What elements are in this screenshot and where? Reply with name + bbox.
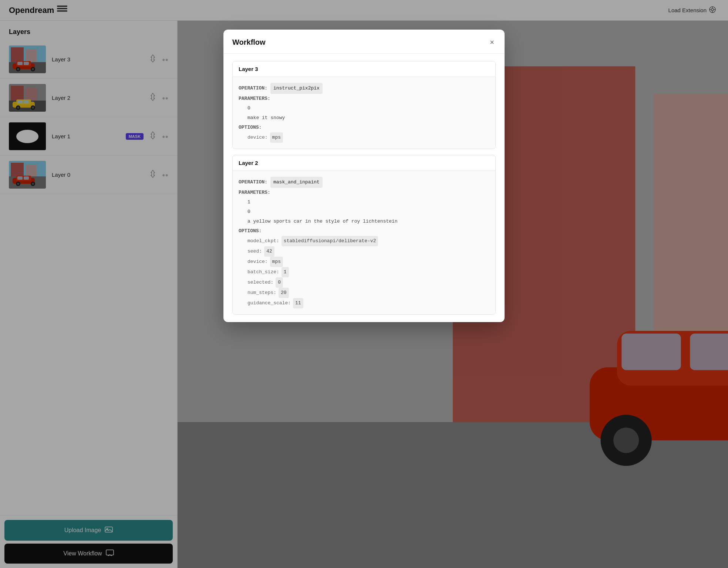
wf-param-2-1: 0 — [247, 207, 489, 217]
wf-params-key-3: PARAMETERS: — [239, 94, 270, 104]
workflow-card-layer3-body: OPERATION: instruct_pix2pix PARAMETERS: … — [233, 77, 495, 149]
wf-operation-row-3: OPERATION: instruct_pix2pix — [239, 83, 489, 94]
wf-option-2-0: model_ckpt: stablediffusionapi/deliberat… — [247, 236, 489, 246]
wf-opt-val-2-0: stablediffusionapi/deliberate-v2 — [282, 236, 378, 246]
wf-opt-val-2-1: 42 — [264, 246, 274, 257]
workflow-modal: Workflow × Layer 3 OPERATION: instruct_p… — [223, 30, 505, 322]
wf-operation-value-3: instruct_pix2pix — [270, 83, 323, 94]
wf-params-key-2: PARAMETERS: — [239, 188, 270, 197]
workflow-card-layer2: Layer 2 OPERATION: mask_and_inpaint PARA… — [232, 155, 496, 315]
wf-operation-key-2: OPERATION: — [239, 178, 267, 187]
modal-backdrop: Workflow × Layer 3 OPERATION: instruct_p… — [0, 0, 728, 568]
wf-opt-val-2-6: 11 — [293, 298, 303, 308]
workflow-card-layer3: Layer 3 OPERATION: instruct_pix2pix PARA… — [232, 61, 496, 149]
wf-opt-key-2-2: device: — [247, 257, 268, 267]
wf-opt-val-2-4: 0 — [276, 277, 283, 288]
wf-opt-val-3-0: mps — [270, 132, 283, 143]
wf-opt-key-2-3: batch_size: — [247, 267, 279, 277]
wf-option-2-1: seed: 42 — [247, 246, 489, 257]
wf-opt-key-2-1: seed: — [247, 247, 262, 256]
workflow-card-layer3-header: Layer 3 — [233, 61, 495, 77]
wf-param-3-0: 0 — [247, 104, 489, 113]
wf-options-key-2: OPTIONS: — [239, 226, 262, 236]
workflow-card-layer2-header: Layer 2 — [233, 155, 495, 171]
wf-operation-row-2: OPERATION: mask_and_inpaint — [239, 177, 489, 188]
wf-params-values-3: 0 make it snowy — [239, 104, 489, 123]
wf-operation-value-2: mask_and_inpaint — [270, 177, 323, 188]
wf-option-2-6: guidance_scale: 11 — [247, 298, 489, 308]
wf-params-values-2: 1 0 a yellow sports car in the style of … — [239, 197, 489, 226]
wf-param-2-2: a yellow sports car in the style of roy … — [247, 217, 489, 226]
wf-option-2-3: batch_size: 1 — [247, 267, 489, 277]
wf-option-2-2: device: mps — [247, 257, 489, 267]
wf-params-label-2: PARAMETERS: — [239, 188, 489, 197]
modal-close-button[interactable]: × — [488, 37, 496, 47]
wf-options-label-2: OPTIONS: — [239, 226, 489, 236]
wf-options-3: device: mps — [239, 132, 489, 143]
wf-param-2-0: 1 — [247, 197, 489, 207]
wf-params-label-3: PARAMETERS: — [239, 94, 489, 104]
wf-options-key-3: OPTIONS: — [239, 123, 262, 132]
wf-opt-key-2-0: model_ckpt: — [247, 236, 279, 246]
modal-body: Layer 3 OPERATION: instruct_pix2pix PARA… — [223, 54, 505, 322]
wf-option-2-5: num_steps: 20 — [247, 288, 489, 298]
modal-title: Workflow — [232, 38, 266, 47]
wf-option-3-0: device: mps — [247, 132, 489, 143]
wf-options-label-3: OPTIONS: — [239, 123, 489, 132]
wf-operation-key-3: OPERATION: — [239, 84, 267, 93]
wf-opt-val-2-5: 20 — [279, 288, 289, 298]
close-icon: × — [490, 38, 494, 46]
wf-opt-key-2-6: guidance_scale: — [247, 298, 291, 308]
wf-opt-val-2-3: 1 — [282, 267, 289, 277]
wf-opt-key-2-4: selected: — [247, 278, 273, 287]
wf-option-2-4: selected: 0 — [247, 277, 489, 288]
workflow-card-layer2-body: OPERATION: mask_and_inpaint PARAMETERS: … — [233, 171, 495, 314]
wf-options-2: model_ckpt: stablediffusionapi/deliberat… — [239, 236, 489, 308]
wf-param-3-1: make it snowy — [247, 113, 489, 123]
wf-opt-val-2-2: mps — [270, 257, 283, 267]
wf-opt-key-2-5: num_steps: — [247, 288, 276, 298]
wf-opt-key-3-0: device: — [247, 133, 268, 142]
modal-header: Workflow × — [223, 30, 505, 54]
